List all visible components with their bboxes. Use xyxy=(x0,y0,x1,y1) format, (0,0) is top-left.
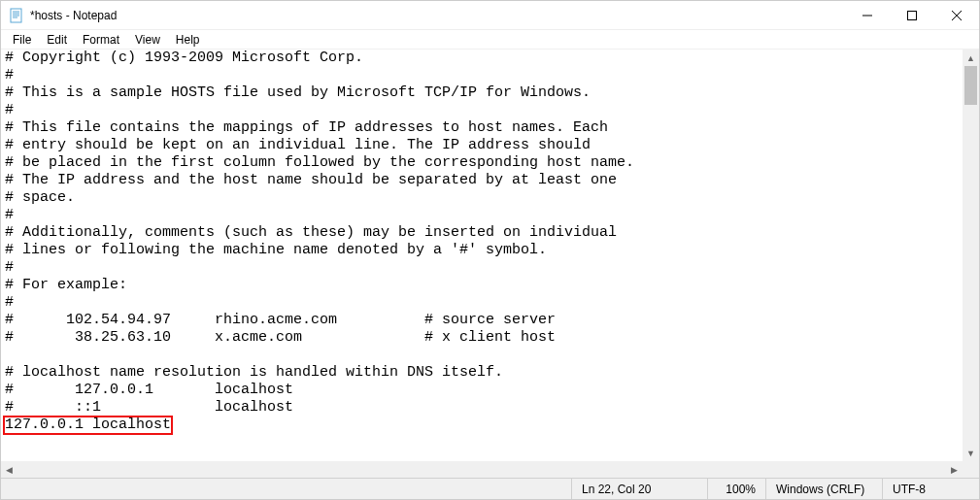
menubar: File Edit Format View Help xyxy=(1,30,979,50)
menu-help[interactable]: Help xyxy=(168,31,208,49)
scroll-right-icon[interactable]: ▶ xyxy=(946,461,963,478)
status-line-col: Ln 22, Col 20 xyxy=(571,479,707,499)
menu-format[interactable]: Format xyxy=(75,31,127,49)
vertical-scroll-thumb[interactable] xyxy=(964,66,977,105)
menu-file[interactable]: File xyxy=(5,31,39,49)
scroll-down-icon[interactable]: ▼ xyxy=(963,445,979,461)
editor-area: # Copyright (c) 1993-2009 Microsoft Corp… xyxy=(1,50,979,478)
status-line-ending: Windows (CRLF) xyxy=(765,479,882,499)
scroll-corner xyxy=(963,461,979,478)
vertical-scrollbar[interactable]: ▲ ▼ xyxy=(963,50,979,461)
menu-edit[interactable]: Edit xyxy=(39,31,75,49)
scroll-up-icon[interactable]: ▲ xyxy=(963,50,979,66)
status-encoding: UTF-8 xyxy=(882,479,979,499)
window-title: *hosts - Notepad xyxy=(30,9,117,22)
text-editor[interactable]: # Copyright (c) 1993-2009 Microsoft Corp… xyxy=(1,50,963,461)
horizontal-scroll-track[interactable] xyxy=(17,461,946,478)
maximize-button[interactable] xyxy=(890,1,934,29)
status-spacer xyxy=(1,479,571,499)
notepad-icon xyxy=(9,8,24,23)
horizontal-scrollbar[interactable]: ◀ ▶ xyxy=(1,461,963,478)
scroll-left-icon[interactable]: ◀ xyxy=(1,461,17,478)
statusbar: Ln 22, Col 20 100% Windows (CRLF) UTF-8 xyxy=(1,478,979,499)
window-controls xyxy=(845,1,979,29)
minimize-button[interactable] xyxy=(845,1,890,29)
titlebar: *hosts - Notepad xyxy=(1,1,979,30)
svg-rect-6 xyxy=(908,11,917,19)
menu-view[interactable]: View xyxy=(127,31,168,49)
close-button[interactable] xyxy=(934,1,979,29)
status-zoom: 100% xyxy=(707,479,765,499)
vertical-scroll-track[interactable] xyxy=(963,66,979,445)
